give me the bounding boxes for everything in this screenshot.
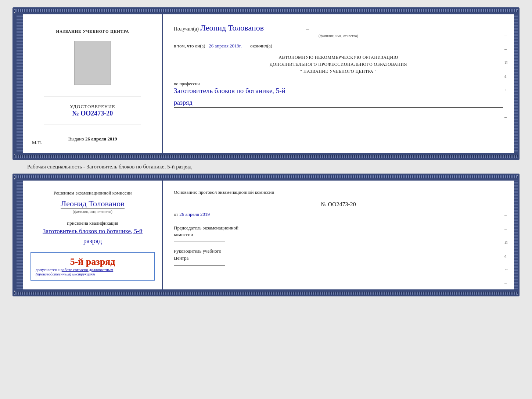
institution-block: АВТОНОМНУЮ НЕКОММЕРЧЕСКУЮ ОРГАНИЗАЦИЮ ДО… [174, 54, 503, 75]
issued-line: Выдано 26 апреля 2019 [68, 136, 117, 142]
bottom-border-strip [14, 155, 518, 158]
bottom-recipient-name: Леонид Толованов [61, 199, 124, 209]
specialty-label: Рабочая специальность - Заготовитель бло… [27, 160, 191, 174]
stamp-admission-italic: (производственным) инструкциям [36, 272, 150, 276]
top-certificate: НАЗВАНИЕ УЧЕБНОГО ЦЕНТРА УДОСТОВЕРЕНИЕ №… [12, 7, 520, 160]
received-label: Получил(а) [174, 26, 199, 32]
cert-number-block: УДОСТОВЕРЕНИЕ № OO2473-20 [70, 104, 115, 117]
bottom-certificate: Решением экзаменационной комиссии Леонид… [12, 174, 520, 296]
stamp-admission: допускается к работе согласно должностны… [36, 267, 150, 272]
bottom-top-border [14, 175, 518, 178]
chairman-block: Председатель экзаменационной комиссии [174, 225, 503, 242]
chairman-signature-line [174, 242, 225, 242]
completion-date: 26 апреля 2019г. [209, 43, 242, 49]
bottom-cert-bottom-border [14, 292, 518, 295]
bottom-cert-left-panel: Решением экзаменационной комиссии Леонид… [23, 181, 163, 289]
top-border-strip [14, 9, 518, 12]
stamp-admission-underline: работе согласно должностным [61, 267, 113, 272]
received-block: Получил(а) Леонид Толованов – (фамилия, … [174, 23, 503, 38]
recipient-name: Леонид Толованов [200, 23, 303, 33]
right-edge-marks: – – И а ← – – – [504, 33, 509, 133]
divider-line-1 [44, 96, 141, 96]
director-block: Руководитель учебного Центра [174, 248, 503, 265]
institution-line-3: " НАЗВАНИЕ УЧЕБНОГО ЦЕНТРА " [174, 68, 503, 75]
chairman-title-2: комиссии [174, 231, 503, 238]
bottom-right-edge-marks: – – – И а ← – – – [504, 199, 509, 292]
cert-number: № OO2473-20 [70, 110, 115, 117]
basis-text: Основание: протокол экзаменационной коми… [174, 189, 503, 195]
name-subtitle: (фамилия, имя, отчество) [174, 34, 503, 38]
profession-label: по профессии [174, 81, 503, 87]
bottom-rank: разряд [83, 237, 102, 245]
cert-label: УДОСТОВЕРЕНИЕ [70, 104, 115, 110]
bottom-profession: Заготовитель блоков по ботанике, 5-й [43, 228, 143, 235]
rank-value: разряд [174, 99, 503, 108]
institution-line-1: АВТОНОМНУЮ НЕКОММЕРЧЕСКУЮ ОРГАНИЗАЦИЮ [174, 54, 503, 61]
divider-line-2 [44, 125, 141, 125]
protocol-date: 26 апреля 2019 [179, 211, 210, 217]
director-signature-line [174, 265, 225, 266]
issued-date: 26 апреля 2019 [85, 136, 117, 142]
bottom-cert-inner: Решением экзаменационной комиссии Леонид… [14, 178, 520, 292]
profession-block: по профессии Заготовитель блоков по бота… [174, 81, 503, 95]
top-cert-inner: НАЗВАНИЕ УЧЕБНОГО ЦЕНТРА УДОСТОВЕРЕНИЕ №… [14, 12, 520, 155]
top-cert-right-panel: Получил(а) Леонид Толованов – (фамилия, … [163, 14, 514, 153]
stamp-admission-prefix: допускается к [36, 267, 60, 272]
decision-text: Решением экзаменационной комиссии [54, 189, 132, 197]
top-left-center-title: НАЗВАНИЕ УЧЕБНОГО ЦЕНТРА [56, 29, 129, 33]
date-prefix: в том, что он(а) [174, 43, 205, 49]
photo-placeholder [74, 41, 111, 85]
profession-value: Заготовитель блоков по ботанике, 5-й [174, 87, 503, 95]
bottom-name-subtitle: (фамилия, имя, отчество) [73, 210, 112, 214]
protocol-date-line: от 26 апреля 2019 – [174, 211, 503, 217]
bottom-left-spine [17, 181, 23, 289]
chairman-title-1: Председатель экзаменационной [174, 225, 503, 231]
left-spine [17, 14, 23, 153]
completed-suffix: окончил(а) [250, 43, 272, 49]
completion-date-line: в том, что он(а) 26 апреля 2019г. окончи… [174, 43, 503, 49]
stamp-rank-text: 5-й разряд [36, 256, 150, 267]
director-title-2: Центра [174, 255, 503, 261]
institution-line-2: ДОПОЛНИТЕЛЬНОГО ПРОФЕССИОНАЛЬНОГО ОБРАЗО… [174, 61, 503, 68]
bottom-right-spine [514, 181, 519, 289]
date-from-prefix: от [174, 211, 178, 217]
top-cert-left-panel: НАЗВАНИЕ УЧЕБНОГО ЦЕНТРА УДОСТОВЕРЕНИЕ №… [23, 14, 163, 153]
issued-label: Выдано [68, 136, 84, 142]
qualification-label: присвоена квалификация [67, 220, 118, 226]
mp-stamp: М.П. [32, 140, 42, 146]
right-spine [514, 14, 519, 153]
director-title-1: Руководитель учебного [174, 248, 503, 254]
protocol-number: № OO2473-20 [174, 201, 503, 208]
stamp-box: 5-й разряд допускается к работе согласно… [30, 252, 155, 281]
page-wrapper: НАЗВАНИЕ УЧЕБНОГО ЦЕНТРА УДОСТОВЕРЕНИЕ №… [12, 7, 520, 296]
bottom-cert-right-panel: Основание: протокол экзаменационной коми… [163, 181, 514, 289]
